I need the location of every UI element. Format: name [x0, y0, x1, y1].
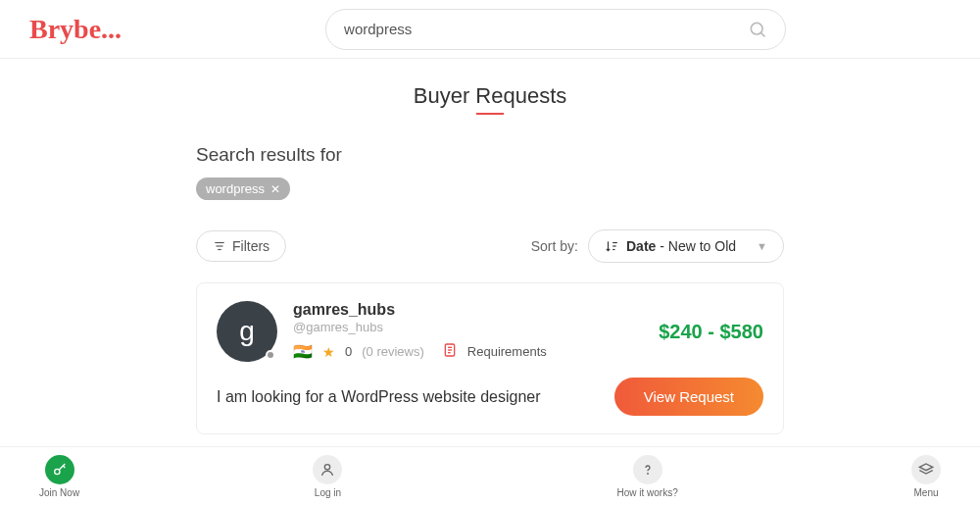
flag-icon: 🇮🇳 [293, 342, 313, 361]
title-underline [476, 113, 504, 115]
search-box[interactable] [325, 9, 786, 50]
filters-icon [213, 239, 226, 253]
search-results-label: Search results for [196, 144, 784, 166]
sort-select[interactable]: Date - New to Old ▼ [588, 229, 784, 263]
question-icon [633, 455, 662, 484]
filters-button[interactable]: Filters [196, 230, 286, 262]
layers-icon [911, 455, 941, 484]
svg-line-1 [760, 32, 764, 36]
chevron-down-icon: ▼ [757, 240, 767, 252]
avatar-letter: g [239, 316, 255, 347]
svg-point-13 [54, 469, 59, 474]
reviews-count: (0 reviews) [362, 344, 424, 359]
nav-join-now[interactable]: Join Now [39, 455, 79, 498]
requirements-icon [442, 342, 458, 361]
page-title: Buyer Requests [196, 83, 784, 109]
requirements-label[interactable]: Requirements [467, 344, 547, 359]
user-handle: @gamres_hubs [293, 320, 659, 334]
sort-label: Sort by: [531, 238, 578, 254]
status-dot [266, 350, 275, 360]
nav-label: Log in [315, 487, 341, 498]
svg-point-17 [647, 473, 648, 474]
user-icon [313, 455, 342, 484]
request-description: I am looking for a WordPress website des… [217, 388, 541, 406]
avatar[interactable]: g [217, 301, 277, 362]
nav-label: Menu [914, 487, 939, 498]
logo[interactable]: Brybe... [29, 14, 122, 45]
nav-how-it-works[interactable]: How it works? [616, 455, 677, 498]
rating: 0 [345, 344, 352, 359]
nav-label: Join Now [39, 487, 79, 498]
search-icon [748, 20, 767, 39]
nav-label: How it works? [616, 487, 677, 498]
filters-label: Filters [232, 238, 270, 254]
svg-line-15 [63, 466, 65, 468]
close-icon[interactable]: ✕ [270, 182, 280, 196]
request-card: g gamres_hubs @gamres_hubs 🇮🇳 ★ 0 (0 rev… [196, 282, 784, 434]
view-request-button[interactable]: View Request [614, 378, 763, 416]
price: $240 - $580 [659, 321, 763, 343]
star-icon: ★ [322, 344, 335, 360]
username[interactable]: gamres_hubs [293, 301, 659, 319]
nav-menu[interactable]: Menu [911, 455, 941, 498]
nav-login[interactable]: Log in [313, 455, 342, 498]
tag-text: wordpress [206, 181, 265, 196]
svg-point-0 [751, 23, 762, 34]
key-icon [45, 455, 74, 484]
svg-marker-18 [919, 464, 932, 471]
svg-point-16 [325, 464, 330, 469]
sort-value: Date - New to Old [626, 238, 749, 254]
search-input[interactable] [344, 21, 748, 37]
sort-icon [605, 239, 618, 253]
search-tag[interactable]: wordpress ✕ [196, 177, 290, 200]
